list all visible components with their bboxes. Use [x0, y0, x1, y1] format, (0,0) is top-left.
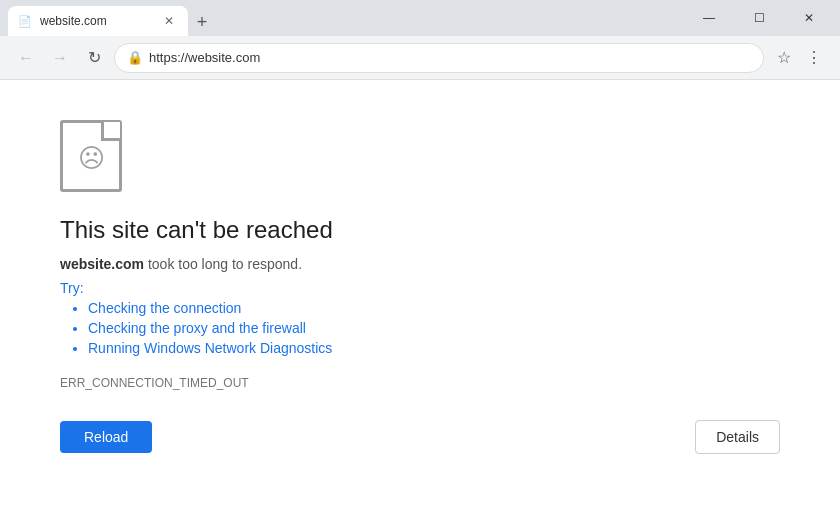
- suggestion-2[interactable]: Checking the proxy and the firewall: [88, 320, 780, 336]
- error-domain: website.com: [60, 256, 144, 272]
- suggestion-1[interactable]: Checking the connection: [88, 300, 780, 316]
- tab-page-icon: 📄: [18, 15, 32, 28]
- url-text: https://website.com: [149, 50, 751, 65]
- tab-title: website.com: [40, 14, 107, 28]
- close-button[interactable]: ✕: [786, 0, 832, 36]
- sad-face-icon: ☹: [78, 143, 105, 174]
- forward-button[interactable]: →: [46, 44, 74, 72]
- window-controls: — ☐ ✕: [686, 0, 832, 36]
- error-code: ERR_CONNECTION_TIMED_OUT: [60, 376, 780, 390]
- maximize-button[interactable]: ☐: [736, 0, 782, 36]
- suggestion-3[interactable]: Running Windows Network Diagnostics: [88, 340, 780, 356]
- reload-button[interactable]: Reload: [60, 421, 152, 453]
- error-description-rest: took too long to respond.: [144, 256, 302, 272]
- error-document-icon: ☹: [60, 120, 122, 192]
- active-tab[interactable]: 📄 website.com ✕: [8, 6, 188, 36]
- error-description: website.com took too long to respond.: [60, 256, 780, 272]
- error-title: This site can't be reached: [60, 216, 780, 244]
- details-button[interactable]: Details: [695, 420, 780, 454]
- tab-area: 📄 website.com ✕ +: [8, 0, 682, 36]
- tab-close-button[interactable]: ✕: [160, 12, 178, 30]
- lock-icon: 🔒: [127, 50, 143, 65]
- toolbar-right-buttons: ☆ ⋮: [770, 44, 828, 72]
- reload-page-button[interactable]: ↻: [80, 44, 108, 72]
- page-content: ☹ This site can't be reached website.com…: [0, 80, 840, 518]
- try-label: Try:: [60, 280, 780, 296]
- title-bar: 📄 website.com ✕ + — ☐ ✕: [0, 0, 840, 36]
- menu-button[interactable]: ⋮: [800, 44, 828, 72]
- suggestions-list: Checking the connection Checking the pro…: [60, 300, 780, 356]
- minimize-button[interactable]: —: [686, 0, 732, 36]
- address-bar[interactable]: 🔒 https://website.com: [114, 43, 764, 73]
- toolbar: ← → ↻ 🔒 https://website.com ☆ ⋮: [0, 36, 840, 80]
- button-row: Reload Details: [60, 420, 780, 454]
- back-button[interactable]: ←: [12, 44, 40, 72]
- bookmark-button[interactable]: ☆: [770, 44, 798, 72]
- new-tab-button[interactable]: +: [188, 8, 216, 36]
